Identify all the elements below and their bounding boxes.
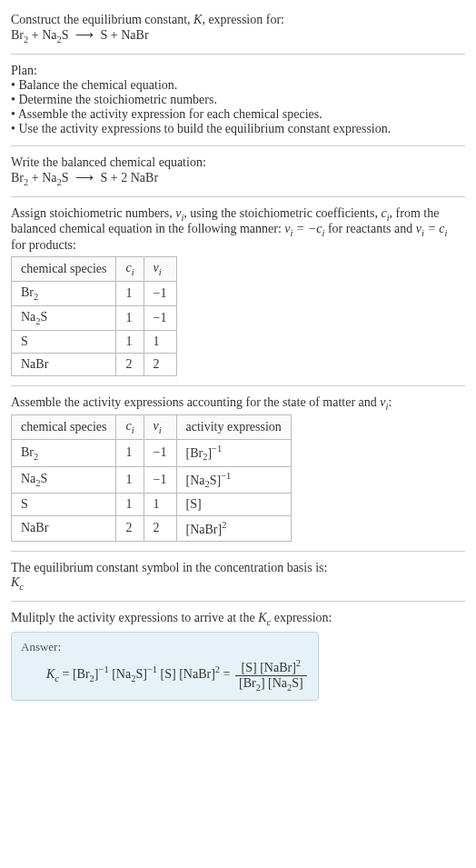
- cell-vi: 2: [144, 353, 176, 375]
- reactant-br2: Br: [11, 28, 24, 42]
- sup: −1: [212, 444, 222, 454]
- table-row: Br2 1 −1: [12, 281, 177, 305]
- divider: [11, 196, 465, 197]
- stoich-table: chemical species ci νi Br2 1 −1 Na2S 1 −…: [11, 256, 177, 375]
- fraction: [S] [NaBr]2 [Br2] [Na2S]: [235, 658, 307, 692]
- table-row: Na2S 1 −1 [Na2S]−1: [12, 466, 292, 493]
- act: [Br: [186, 446, 203, 460]
- answer-equation: Kc = [Br2]−1 [Na2S]−1 [S] [NaBr]2 = [S] …: [21, 658, 309, 692]
- k-symbol: K: [193, 13, 202, 26]
- table-row: NaBr 2 2: [12, 353, 177, 375]
- kc-symbol: K: [11, 575, 19, 589]
- eq-text: = −c: [293, 222, 322, 235]
- col-vi: νi: [144, 415, 176, 440]
- eq-text: = c: [424, 222, 445, 235]
- assign-text: for products:: [11, 238, 76, 252]
- plan-section: Plan: • Balance the chemical equation. •…: [11, 58, 465, 142]
- na2s-tail: S: [62, 28, 69, 42]
- eq-part: = [Br: [59, 667, 90, 681]
- cell-ci: 1: [116, 494, 144, 516]
- multiply-section: Mulitply the activity expressions to arr…: [11, 605, 465, 706]
- i-sub: i: [159, 267, 162, 277]
- cell-species: NaBr: [12, 353, 116, 375]
- cell-ci: 1: [116, 305, 144, 330]
- assign-section: Assign stoichiometric numbers, νi, using…: [11, 201, 465, 382]
- balanced-intro: Write the balanced chemical equation:: [11, 155, 465, 170]
- assign-text: for reactants and: [324, 222, 415, 235]
- col-vi: νi: [144, 257, 176, 282]
- sup: 2: [222, 520, 226, 530]
- divider: [11, 145, 465, 146]
- act: [NaBr]: [186, 523, 223, 536]
- balanced-equation: Br2 + Na2S ⟶ S + 2 NaBr: [11, 171, 158, 185]
- col-species: chemical species: [12, 257, 116, 282]
- basis-section: The equilibrium constant symbol in the c…: [11, 555, 465, 597]
- eq-part: S]: [135, 667, 146, 681]
- species: Na: [21, 310, 35, 324]
- denominator: [Br2] [Na2S]: [235, 676, 307, 693]
- cell-species: Na2S: [12, 466, 116, 493]
- cell-ci: 1: [116, 281, 144, 305]
- cell-vi: 1: [144, 494, 176, 516]
- col-activity: activity expression: [176, 415, 291, 440]
- act: [Na: [186, 473, 205, 486]
- cell-ci: 1: [116, 330, 144, 353]
- den-text: ] [Na: [261, 676, 287, 690]
- i-sub: i: [132, 267, 134, 277]
- table-row: S 1 1 [S]: [12, 494, 292, 516]
- eq-part: [S] [NaBr]: [157, 667, 215, 681]
- num-text: [S] [NaBr]: [242, 661, 296, 674]
- cell-species: S: [12, 330, 116, 353]
- den-text: S]: [292, 676, 302, 690]
- table-row: Br2 1 −1 [Br2]−1: [12, 440, 292, 466]
- cell-ci: 1: [116, 466, 144, 493]
- prompt-text: Construct the equilibrium constant,: [11, 13, 193, 26]
- sup: −1: [99, 665, 109, 675]
- assemble-section: Assemble the activity expressions accoun…: [11, 390, 465, 547]
- plan-item: • Use the activity expressions to build …: [11, 122, 465, 136]
- answer-label: Answer:: [21, 640, 309, 654]
- cell-activity: [Na2S]−1: [176, 466, 291, 493]
- cell-species: Br2: [12, 281, 116, 305]
- cell-activity: [NaBr]2: [176, 516, 291, 542]
- den-text: [Br: [239, 676, 256, 690]
- cell-ci: 2: [116, 516, 144, 542]
- divider: [11, 54, 465, 55]
- cell-species: S: [12, 494, 116, 516]
- table-row: Na2S 1 −1: [12, 305, 177, 330]
- plus-na2s: + Na: [28, 171, 56, 185]
- prompt-text-b: , expression for:: [202, 13, 284, 26]
- arrow-icon: ⟶: [72, 27, 97, 43]
- species: Br: [21, 445, 34, 459]
- plan-item: • Assemble the activity expression for e…: [11, 107, 465, 122]
- species-tail: S: [41, 472, 48, 485]
- col-species: chemical species: [12, 415, 116, 440]
- assemble-text: Assemble the activity expressions accoun…: [11, 395, 380, 409]
- plan-item: • Balance the chemical equation.: [11, 78, 465, 93]
- divider: [11, 551, 465, 552]
- unbalanced-equation: Br2 + Na2S ⟶ S + NaBr: [11, 28, 149, 42]
- species-tail: S: [41, 310, 48, 324]
- plan-item: • Determine the stoichiometric numbers.: [11, 93, 465, 107]
- products: S + NaBr: [101, 28, 149, 42]
- cell-vi: −1: [144, 440, 176, 466]
- cell-vi: −1: [144, 281, 176, 305]
- na2s-tail: S: [62, 171, 69, 185]
- assign-text: Assign stoichiometric numbers,: [11, 206, 175, 220]
- multiply-text: Mulitply the activity expressions to arr…: [11, 611, 258, 624]
- sub: 2: [34, 292, 38, 302]
- answer-box: Answer: Kc = [Br2]−1 [Na2S]−1 [S] [NaBr]…: [11, 632, 319, 700]
- plus-na2s: + Na: [28, 28, 56, 42]
- kc-symbol: K: [258, 611, 266, 624]
- cell-species: Br2: [12, 440, 116, 466]
- eq-part: [Na: [109, 667, 132, 681]
- sup: 2: [296, 658, 301, 668]
- cell-vi: −1: [144, 305, 176, 330]
- table-row: NaBr 2 2 [NaBr]2: [12, 516, 292, 542]
- species: Br: [21, 285, 34, 299]
- i-sub: i: [159, 425, 162, 435]
- divider: [11, 601, 465, 602]
- cell-activity: [Br2]−1: [176, 440, 291, 466]
- products: S + 2 NaBr: [101, 171, 159, 185]
- plan-title: Plan:: [11, 64, 465, 78]
